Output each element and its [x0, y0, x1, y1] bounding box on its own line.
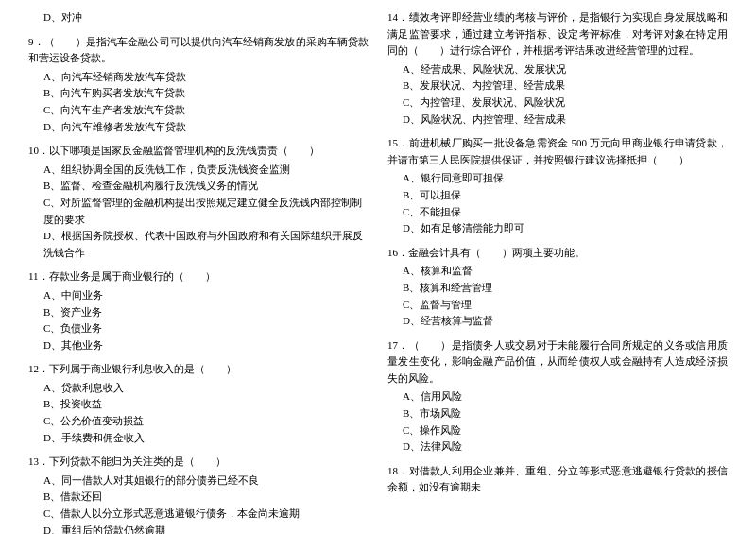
- q12-option-d: D、手续费和佣金收入: [28, 430, 369, 447]
- question-13-text: 13．下列贷款不能归为关注类的是（ ）: [28, 454, 369, 471]
- question-14-text: 14．绩效考评即经营业绩的考核与评价，是指银行为实现自身发展战略和满足监管要求，…: [387, 9, 728, 60]
- q10-option-a: A、组织协调全国的反洗钱工作，负责反洗钱资金监测: [28, 162, 369, 179]
- question-17: 17．（ ）是指债务人或交易对于未能履行合同所规定的义务或信用质量发生变化，影响…: [387, 337, 728, 456]
- question-15-text: 15．前进机械厂购买一批设备急需资金 500 万元向甲商业银行申请贷款，并请市第…: [387, 135, 728, 168]
- q9-option-b: B、向汽车购买者发放汽车贷款: [28, 85, 369, 102]
- q14-option-d: D、风险状况、内控管理、经营成果: [387, 112, 728, 129]
- q9-option-c: C、向汽车生产者发放汽车贷款: [28, 102, 369, 119]
- question-10: 10．以下哪项是国家反金融监督管理机构的反洗钱责责（ ） A、组织协调全国的反洗…: [28, 143, 369, 261]
- q17-option-a: A、信用风险: [387, 388, 728, 405]
- page-container: D、对冲 9．（ ）是指汽车金融公司可以提供向汽车经销商发放的采购车辆贷款和营运…: [28, 9, 728, 534]
- q13-option-c: C、借款人以分立形式恶意逃避银行债务，本金尚未逾期: [28, 506, 369, 523]
- question-11-text: 11．存款业务是属于商业银行的（ ）: [28, 268, 369, 285]
- q17-option-c: C、操作风险: [387, 422, 728, 439]
- question-11: 11．存款业务是属于商业银行的（ ） A、中间业务 B、资产业务 C、负债业务 …: [28, 268, 369, 353]
- q15-option-c: C、不能担保: [387, 204, 728, 221]
- question-9-text: 9．（ ）是指汽车金融公司可以提供向汽车经销商发放的采购车辆贷款和营运设备贷款。: [28, 34, 369, 67]
- q16-option-b: B、核算和经营管理: [387, 280, 728, 297]
- q16-option-d: D、经营核算与监督: [387, 313, 728, 330]
- q11-option-a: A、中间业务: [28, 287, 369, 304]
- question-12-text: 12．下列属于商业银行利息收入的是（ ）: [28, 361, 369, 378]
- two-column-layout: D、对冲 9．（ ）是指汽车金融公司可以提供向汽车经销商发放的采购车辆贷款和营运…: [28, 9, 728, 534]
- question-16-text: 16．金融会计具有（ ）两项主要功能。: [387, 245, 728, 262]
- question-16: 16．金融会计具有（ ）两项主要功能。 A、核算和监督 B、核算和经营管理 C、…: [387, 245, 728, 330]
- q9-option-a: A、向汽车经销商发放汽车贷款: [28, 69, 369, 86]
- question-14: 14．绩效考评即经营业绩的考核与评价，是指银行为实现自身发展战略和满足监管要求，…: [387, 9, 728, 128]
- question-15: 15．前进机械厂购买一批设备急需资金 500 万元向甲商业银行申请贷款，并请市第…: [387, 135, 728, 237]
- question-9: 9．（ ）是指汽车金融公司可以提供向汽车经销商发放的采购车辆贷款和营运设备贷款。…: [28, 34, 369, 136]
- right-column: 14．绩效考评即经营业绩的考核与评价，是指银行为实现自身发展战略和满足监管要求，…: [387, 9, 728, 534]
- q15-option-d: D、如有足够清偿能力即可: [387, 220, 728, 237]
- q14-option-b: B、发展状况、内控管理、经营成果: [387, 78, 728, 95]
- q16-option-a: A、核算和监督: [387, 263, 728, 280]
- q10-option-c: C、对所监督管理的金融机构提出按照规定建立健全反洗钱内部控制制度的要求: [28, 195, 369, 228]
- q15-option-a: A、银行同意即可担保: [387, 170, 728, 187]
- q16-option-c: C、监督与管理: [387, 297, 728, 314]
- q12-option-c: C、公允价值变动损益: [28, 413, 369, 430]
- q13-option-b: B、借款还回: [28, 489, 369, 506]
- question-18: 18．对借款人利用企业兼并、重组、分立等形式恶意逃避银行贷款的授信余额，如没有逾…: [387, 463, 728, 496]
- question-13: 13．下列贷款不能归为关注类的是（ ） A、同一借款人对其姐银行的部分债券已经不…: [28, 454, 369, 534]
- question-18-text: 18．对借款人利用企业兼并、重组、分立等形式恶意逃避银行贷款的授信余额，如没有逾…: [387, 463, 728, 496]
- q12-option-a: A、贷款利息收入: [28, 380, 369, 397]
- q17-option-d: D、法律风险: [387, 439, 728, 456]
- q14-option-c: C、内控管理、发展状况、风险状况: [387, 95, 728, 112]
- q13-option-d: D、重组后的贷款仍然逾期: [28, 523, 369, 534]
- option-text: D、对冲: [28, 9, 369, 26]
- q12-option-b: B、投资收益: [28, 396, 369, 413]
- q11-option-b: B、资产业务: [28, 304, 369, 321]
- question-10-text: 10．以下哪项是国家反金融监督管理机构的反洗钱责责（ ）: [28, 143, 369, 160]
- q11-option-c: C、负债业务: [28, 320, 369, 337]
- question-12: 12．下列属于商业银行利息收入的是（ ） A、贷款利息收入 B、投资收益 C、公…: [28, 361, 369, 446]
- q15-option-b: B、可以担保: [387, 187, 728, 204]
- option-d-offset: D、对冲: [28, 9, 369, 26]
- q14-option-a: A、经营成果、风险状况、发展状况: [387, 61, 728, 78]
- q11-option-d: D、其他业务: [28, 337, 369, 354]
- left-column: D、对冲 9．（ ）是指汽车金融公司可以提供向汽车经销商发放的采购车辆贷款和营运…: [28, 9, 369, 534]
- q13-option-a: A、同一借款人对其姐银行的部分债券已经不良: [28, 473, 369, 490]
- q17-option-b: B、市场风险: [387, 405, 728, 422]
- q10-option-b: B、监督、检查金融机构履行反洗钱义务的情况: [28, 178, 369, 195]
- question-17-text: 17．（ ）是指债务人或交易对于未能履行合同所规定的义务或信用质量发生变化，影响…: [387, 337, 728, 388]
- q9-option-d: D、向汽车维修者发放汽车贷款: [28, 119, 369, 136]
- q10-option-d: D、根据国务院授权、代表中国政府与外国政府和有关国际组织开展反洗钱合作: [28, 228, 369, 261]
